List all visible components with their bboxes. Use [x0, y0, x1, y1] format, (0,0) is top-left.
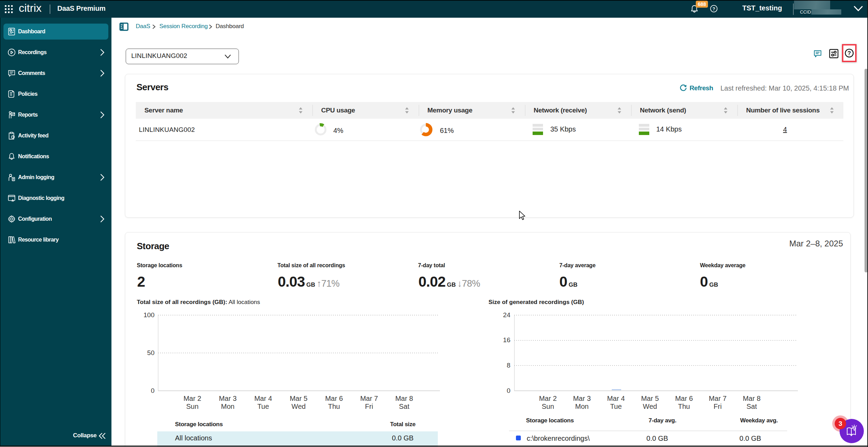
svg-text:?: ? [712, 6, 715, 11]
svg-text:?: ? [848, 50, 851, 56]
